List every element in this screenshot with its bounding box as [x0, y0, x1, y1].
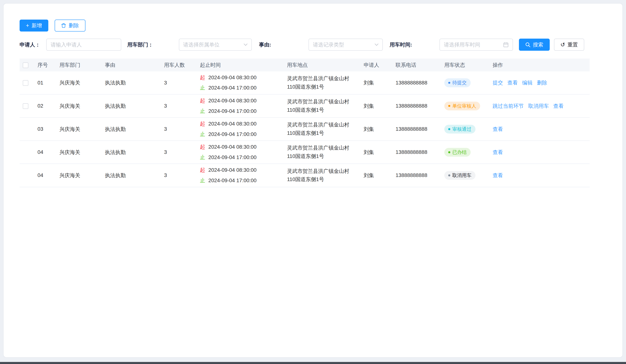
start-time: 2024-09-04 08:30:00 [208, 121, 256, 127]
action-view-link[interactable]: 查看 [553, 103, 564, 109]
vehicle-request-table: 序号 用车部门 事由 用车人数 起止时间 用车地点 申请人 联系电话 用车状态 … [20, 59, 590, 187]
filter-reason: 事由: 请选记录类型 [259, 38, 383, 51]
col-reason: 事由 [105, 62, 164, 69]
cell-status: 审核通过 [444, 125, 493, 134]
end-time: 2024-09-04 17:00:00 [208, 131, 256, 137]
delete-button-label: 删除 [69, 22, 79, 29]
time-label: 用车时间: [390, 41, 440, 48]
cell-location: 灵武市贺兰县洪广镇金山村 110国道东侧1号 [287, 121, 364, 138]
cell-reason: 执法执勤 [105, 79, 164, 86]
department-select-placeholder: 请选择所属单位 [183, 41, 220, 48]
end-prefix: 止 [200, 154, 205, 160]
table-header-row: 序号 用车部门 事由 用车人数 起止时间 用车地点 申请人 联系电话 用车状态 … [20, 59, 590, 71]
col-applicant: 申请人 [364, 62, 396, 69]
cell-department: 兴庆海关 [60, 126, 105, 133]
delete-button[interactable]: 删除 [55, 20, 85, 32]
cell-applicant: 刘集 [364, 172, 396, 179]
applicant-input[interactable] [46, 38, 121, 51]
status-badge: 取消用车 [444, 171, 475, 180]
cell-people: 3 [164, 103, 200, 109]
page-background: + 新增 删除 申请人： 用车部门： [0, 0, 626, 364]
cell-time-range: 起2024-09-04 08:30:00 止2024-09-04 17:00:0… [200, 74, 287, 92]
select-all-checkbox[interactable] [23, 63, 28, 68]
start-prefix: 起 [200, 144, 205, 150]
start-time: 2024-09-04 08:30:00 [208, 74, 256, 80]
cell-time-range: 起2024-09-04 08:30:00 止2024-09-04 17:00:0… [200, 97, 287, 115]
table-row: 04 兴庆海关 执法执勤 3 起2024-09-04 08:30:00 止202… [20, 141, 590, 164]
time-date-picker[interactable]: 请选择用车时间 [439, 38, 513, 51]
applicant-label: 申请人： [20, 41, 46, 48]
action-cancel-vehicle-link[interactable]: 取消用车 [528, 103, 549, 109]
filter-department: 用车部门： 请选择所属单位 [127, 38, 252, 51]
col-time-range: 起止时间 [200, 62, 287, 69]
cell-index: 04 [38, 149, 60, 155]
start-prefix: 起 [200, 121, 205, 127]
table-row: 01 兴庆海关 执法执勤 3 起2024-09-04 08:30:00 止202… [20, 72, 590, 95]
action-skip-current-step-link[interactable]: 跳过当前环节 [493, 103, 524, 109]
table-row: 03 兴庆海关 执法执勤 3 起2024-09-04 08:30:00 止202… [20, 118, 590, 141]
cell-status: 待提交 [444, 78, 493, 87]
cell-applicant: 刘集 [364, 103, 396, 109]
chevron-down-icon [244, 43, 247, 46]
action-edit-link[interactable]: 编辑 [522, 79, 533, 86]
row-checkbox[interactable] [23, 103, 28, 109]
reset-button[interactable]: ↺ 重置 [554, 38, 584, 51]
col-index: 序号 [38, 62, 60, 69]
cell-index: 03 [38, 126, 60, 132]
reason-select[interactable]: 请选记录类型 [309, 38, 383, 51]
cell-people: 3 [164, 172, 200, 178]
cell-time-range: 起2024-09-04 08:30:00 止2024-09-04 17:00:0… [200, 120, 287, 138]
cell-phone: 13888888888 [396, 172, 444, 178]
reason-select-placeholder: 请选记录类型 [313, 41, 344, 48]
filter-applicant: 申请人： [20, 38, 121, 51]
row-checkbox[interactable] [23, 80, 28, 86]
cell-status: 已办结 [444, 148, 493, 157]
time-picker-placeholder: 请选择用车时间 [444, 41, 480, 48]
cell-actions: 跳过当前环节 取消用车 查看 [493, 103, 590, 109]
status-dot-icon [448, 174, 450, 176]
cell-reason: 执法执勤 [105, 149, 164, 156]
cell-phone: 13888888888 [396, 80, 444, 86]
chevron-down-icon [375, 43, 379, 46]
trash-icon [61, 23, 66, 28]
search-button-label: 搜索 [533, 41, 543, 48]
toolbar: + 新增 删除 [20, 20, 607, 32]
start-prefix: 起 [200, 167, 205, 173]
start-time: 2024-09-04 08:30:00 [208, 144, 256, 150]
start-prefix: 起 [200, 74, 205, 80]
end-time: 2024-09-04 17:00:00 [208, 85, 256, 91]
cell-status: 取消用车 [444, 171, 493, 180]
cell-time-range: 起2024-09-04 08:30:00 止2024-09-04 17:00:0… [200, 166, 287, 184]
cell-people: 3 [164, 149, 200, 155]
add-button[interactable]: + 新增 [20, 20, 48, 32]
status-badge: 审核通过 [444, 125, 475, 134]
action-submit-link[interactable]: 提交 [493, 79, 503, 86]
cell-actions: 查看 [493, 149, 590, 156]
cell-people: 3 [164, 80, 200, 86]
table-row: 02 兴庆海关 执法执勤 3 起2024-09-04 08:30:00 止202… [20, 95, 590, 118]
action-delete-link[interactable]: 删除 [537, 79, 547, 86]
cell-time-range: 起2024-09-04 08:30:00 止2024-09-04 17:00:0… [200, 143, 287, 161]
cell-location: 灵武市贺兰县洪广镇金山村 110国道东侧1号 [287, 144, 364, 161]
action-view-link[interactable]: 查看 [493, 149, 503, 156]
action-view-link[interactable]: 查看 [507, 79, 518, 86]
cell-location: 灵武市贺兰县洪广镇金山村 110国道东侧1号 [287, 98, 364, 114]
add-button-label: 新增 [32, 22, 42, 29]
search-button[interactable]: 搜索 [519, 38, 549, 51]
status-dot-icon [448, 105, 450, 107]
content-card: + 新增 删除 申请人： 用车部门： [3, 3, 623, 358]
plus-icon: + [26, 23, 29, 28]
calendar-icon [503, 42, 509, 48]
status-badge: 已办结 [444, 148, 471, 157]
action-view-link[interactable]: 查看 [493, 172, 503, 179]
end-prefix: 止 [200, 131, 205, 137]
cell-phone: 13888888888 [396, 126, 444, 132]
start-time: 2024-09-04 08:30:00 [208, 167, 256, 173]
reset-button-label: 重置 [567, 41, 578, 48]
department-select[interactable]: 请选择所属单位 [179, 38, 252, 51]
action-view-link[interactable]: 查看 [493, 126, 503, 133]
end-time: 2024-09-04 17:00:00 [208, 178, 256, 183]
cell-department: 兴庆海关 [60, 149, 105, 156]
cell-applicant: 刘集 [364, 126, 396, 133]
col-status: 用车状态 [444, 62, 493, 69]
